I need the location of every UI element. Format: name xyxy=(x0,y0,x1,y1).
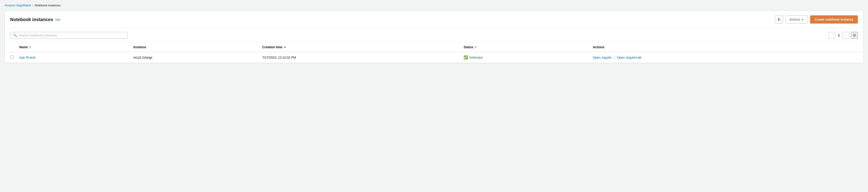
info-link[interactable]: Info xyxy=(55,18,60,21)
search-input[interactable] xyxy=(19,33,125,37)
row-actions-cell: Open Jupyter | Open JupyterLab xyxy=(589,52,863,63)
row-select-cell xyxy=(5,52,16,63)
refresh-icon: ↻ xyxy=(778,18,780,22)
instance-type: ml.p3.2xlarge xyxy=(133,56,152,59)
instance-name-link[interactable]: mpt-7b-test xyxy=(19,56,35,59)
actions-button[interactable]: Actions ▼ xyxy=(786,16,807,24)
page-title: Notebook instances xyxy=(10,17,53,22)
panel-actions: ↻ Actions ▼ Create notebook instance xyxy=(775,16,858,24)
pagination-prev-button[interactable]: ‹ xyxy=(829,32,835,39)
chevron-right-icon: › xyxy=(845,34,846,37)
row-name-cell: mpt-7b-test xyxy=(16,52,130,63)
creation-time-value: 7/17/2023, 12:10:32 PM xyxy=(262,56,296,59)
status-text: InService xyxy=(469,56,483,59)
sort-status-icon: ▽ xyxy=(475,46,476,49)
page-container: Amazon SageMaker › Notebook instances No… xyxy=(0,0,868,192)
th-instance-label: Instance xyxy=(133,45,146,49)
open-jupyterlab-link[interactable]: Open JupyterLab xyxy=(617,56,641,59)
th-creation-time-label: Creation time xyxy=(262,45,282,49)
th-actions: Actions xyxy=(589,43,863,52)
action-link-separator: | xyxy=(614,56,616,59)
gear-icon: ⚙ xyxy=(852,33,856,38)
panel-title-group: Notebook instances Info xyxy=(10,17,60,22)
th-select xyxy=(5,43,16,52)
status-badge: ✅ InService xyxy=(464,55,585,59)
th-status-label: Status xyxy=(464,45,473,49)
row-instance-cell: ml.p3.2xlarge xyxy=(130,52,258,63)
breadcrumb-separator: › xyxy=(33,4,33,7)
search-bar-row: 🔍 ‹ 1 › ⚙ xyxy=(5,28,863,43)
th-name[interactable]: Name ▽ xyxy=(16,43,130,52)
create-button-label: Create notebook instance xyxy=(815,18,853,21)
sort-name-icon: ▽ xyxy=(29,46,31,49)
pagination-next-button[interactable]: › xyxy=(842,32,849,39)
sort-creation-time-icon: ▼ xyxy=(284,46,286,49)
th-instance: Instance xyxy=(130,43,258,52)
instances-table: Name ▽ Instance Creation time xyxy=(5,43,863,63)
column-settings-button[interactable]: ⚙ xyxy=(851,32,858,39)
th-creation-time[interactable]: Creation time ▼ xyxy=(258,43,460,52)
breadcrumb-current: Notebook instances xyxy=(35,4,61,7)
search-input-wrapper: 🔍 xyxy=(10,32,128,39)
th-status[interactable]: Status ▽ xyxy=(460,43,589,52)
panel-header: Notebook instances Info ↻ Actions ▼ Crea… xyxy=(5,11,863,28)
table-header-row: Name ▽ Instance Creation time xyxy=(5,43,863,52)
refresh-button[interactable]: ↻ xyxy=(775,16,783,24)
chevron-left-icon: ‹ xyxy=(831,34,832,37)
table-container: Name ▽ Instance Creation time xyxy=(5,43,863,63)
breadcrumb: Amazon SageMaker › Notebook instances xyxy=(4,4,864,7)
main-panel: Notebook instances Info ↻ Actions ▼ Crea… xyxy=(4,11,864,63)
pagination-current-page: 1 xyxy=(836,33,842,37)
table-body: mpt-7b-test ml.p3.2xlarge 7/17/2023, 12:… xyxy=(5,52,863,63)
th-actions-label: Actions xyxy=(593,45,604,49)
status-check-icon: ✅ xyxy=(464,55,468,59)
create-notebook-button[interactable]: Create notebook instance xyxy=(810,16,858,24)
row-radio[interactable] xyxy=(10,55,14,59)
table-row: mpt-7b-test ml.p3.2xlarge 7/17/2023, 12:… xyxy=(5,52,863,63)
search-icon: 🔍 xyxy=(13,33,17,37)
chevron-down-icon: ▼ xyxy=(801,18,804,21)
open-jupyter-link[interactable]: Open Jupyter xyxy=(593,56,612,59)
th-name-label: Name xyxy=(19,45,28,49)
actions-button-label: Actions xyxy=(789,18,800,21)
row-creation-time-cell: 7/17/2023, 12:10:32 PM xyxy=(258,52,460,63)
pagination-controls: ‹ 1 › ⚙ xyxy=(829,32,858,39)
breadcrumb-parent-link[interactable]: Amazon SageMaker xyxy=(4,4,31,7)
row-status-cell: ✅ InService xyxy=(460,52,589,63)
